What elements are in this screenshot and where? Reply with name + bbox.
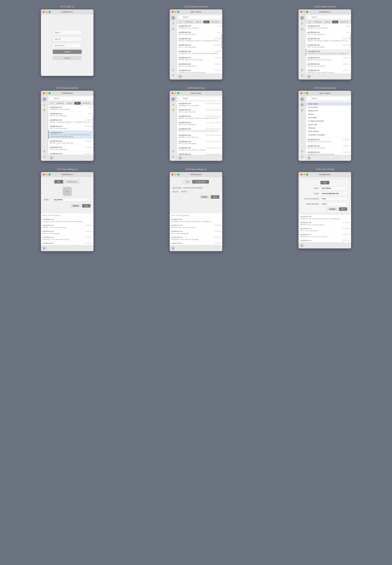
sidebar-list-icon[interactable] (42, 102, 47, 107)
close-btn[interactable] (171, 92, 174, 94)
search-field[interactable] (307, 15, 350, 19)
tab-info[interactable]: Info (183, 180, 192, 184)
tab-info[interactable]: Info (54, 180, 63, 184)
log-item[interactable]: user@mail.com14:21 PM WARNING: oh no, th… (177, 68, 222, 73)
sidebar-user-icon[interactable] (170, 154, 176, 159)
log-item[interactable]: user@mail.com30.12.2015 11:15 AM WARNING… (177, 127, 222, 133)
sidebar-list-icon[interactable] (170, 102, 176, 107)
log-list[interactable]: user@mail.com10 M VERBOSE: not so import… (306, 24, 351, 73)
saved-search-item[interactable]: parum clari (306, 123, 351, 126)
log-item[interactable]: user@mail.com14:60 PM INFO: a nice infor… (177, 62, 222, 68)
max-btn[interactable] (177, 92, 179, 94)
new-password-input[interactable] (320, 202, 347, 206)
current-password-input[interactable] (320, 197, 347, 201)
sidebar-stream-icon[interactable] (42, 97, 47, 102)
log-item[interactable]: user@mail.com10 M VERBOSE: not so import… (306, 24, 351, 30)
min-btn[interactable] (174, 92, 176, 94)
cancel-button[interactable]: Cancel (53, 56, 82, 60)
scrollbar[interactable] (221, 34, 222, 49)
filter-warning[interactable]: WARNING (339, 21, 349, 23)
sidebar-gear-icon[interactable] (170, 149, 176, 154)
log-item[interactable]: user@mail.com15:00 PM WARNING: oh no, th… (177, 49, 222, 55)
log-item[interactable]: user@mail.com35 M INFO: a nice informati… (177, 30, 222, 37)
cancel-button[interactable]: Cancel (327, 207, 337, 211)
sidebar-user-icon[interactable] (170, 73, 176, 78)
max-btn[interactable] (177, 174, 179, 176)
log-item[interactable]: user@mail.com30.12.2015 4:21 PM INFO: a … (177, 139, 222, 146)
log-list[interactable]: user@mail.com14:44 PM ERROR: ouch, an er… (306, 138, 351, 155)
max-btn[interactable] (49, 92, 51, 94)
filter-info[interactable]: INFO (332, 21, 338, 23)
log-item[interactable]: user@mail.com15:30 PM DEBUG: something t… (306, 37, 351, 43)
sidebar-star-icon[interactable] (299, 26, 305, 31)
saved-search-item[interactable]: in fugiat nulla facilis (306, 119, 351, 123)
sidebar-user-icon[interactable] (42, 154, 47, 159)
close-btn[interactable] (300, 174, 302, 176)
close-button[interactable] (43, 11, 45, 13)
saved-search-item[interactable]: velit esse (306, 126, 351, 130)
filter-error[interactable]: ERROR (350, 21, 351, 23)
add-button[interactable]: + (307, 75, 311, 78)
sidebar-stream-icon[interactable] (170, 97, 176, 102)
name-input[interactable] (320, 186, 347, 190)
app-id-input[interactable] (53, 37, 82, 41)
starred-log-list[interactable]: user@mail.com01.01.2016 14:32 PM VERBOSE… (177, 101, 222, 155)
saved-search-item[interactable]: nobis option (306, 102, 351, 106)
filter-all[interactable]: ALL (178, 21, 183, 23)
scrollbar[interactable] (93, 115, 93, 130)
log-item[interactable]: user@mail.com14:44 PM ERROR: ouch, an er… (306, 138, 351, 144)
min-btn[interactable] (46, 92, 48, 94)
filter-error[interactable]: ERROR (221, 21, 222, 23)
add-button[interactable]: + (178, 156, 182, 160)
max-btn[interactable] (49, 174, 51, 176)
min-btn[interactable] (303, 11, 305, 13)
filter-info[interactable]: INFO (203, 21, 210, 23)
sidebar-stream-icon[interactable] (170, 15, 176, 20)
min-btn[interactable] (303, 174, 305, 176)
log-item[interactable]: user@mail.com29.12.2015 9:47 AM INFO: a … (177, 152, 222, 155)
log-item[interactable]: user@mail.com10:20 PM INFO: a nice infor… (48, 124, 94, 131)
log-item[interactable]: user@mail.com14:21 PM WARNING: oh no, th… (306, 68, 351, 73)
add-button[interactable]: + (307, 156, 311, 160)
filter-verbose[interactable]: VERBOSE (313, 21, 323, 23)
log-item[interactable]: user@mail.com10:20 PM INFO: a nice infor… (306, 43, 351, 49)
log-item-hovered[interactable]: ✕ user@mail.com WARNING: oh no, that won… (306, 49, 351, 55)
log-item[interactable]: user@mail.com10 M VERBOSE: not so import… (48, 105, 94, 111)
saved-search-item[interactable]: duro dolore (306, 116, 351, 119)
log-item[interactable]: user@mail.com29.12.2015 9:47 AM WARNING:… (177, 146, 222, 152)
delete-icon[interactable]: ✕ (91, 132, 92, 134)
tab-info[interactable]: Info (320, 181, 330, 185)
filter-warning[interactable]: WARNING (210, 21, 220, 23)
sidebar-star-icon[interactable] (42, 108, 47, 113)
log-item[interactable]: user@mail.com14:21 PM WARNING: oh no, th… (48, 152, 94, 155)
app-secret-input[interactable] (53, 43, 82, 48)
saved-search-item[interactable]: eolores (306, 112, 351, 116)
sidebar-star-icon[interactable] (299, 108, 305, 113)
log-item[interactable]: user@mail.com14:44 PM ERROR: ouch, an er… (48, 139, 94, 145)
add-button[interactable]: + (178, 75, 182, 78)
filter-debug[interactable]: DEBUG (195, 21, 203, 23)
saved-search-item[interactable]: me ilui quod (306, 106, 351, 109)
min-btn[interactable] (46, 174, 48, 176)
filter-all[interactable]: ALL (49, 102, 54, 105)
close-btn[interactable] (300, 92, 302, 94)
close-btn[interactable] (171, 11, 174, 13)
log-item[interactable]: user@mail.com15:30 PM DEBUG: something t… (177, 37, 222, 43)
sidebar-gear-icon[interactable] (170, 68, 176, 73)
sidebar-user-icon[interactable] (299, 73, 305, 78)
save-button[interactable]: Save (211, 195, 219, 199)
add-button[interactable]: + (50, 156, 53, 160)
filter-all[interactable]: ALL (307, 21, 312, 23)
log-item[interactable]: user@mail.com14:40 PM INFO: a nice infor… (48, 145, 94, 152)
add-button[interactable]: + (171, 247, 175, 250)
filter-debug[interactable]: DEBUG (66, 102, 74, 105)
max-btn[interactable] (306, 11, 308, 13)
close-btn[interactable] (300, 11, 302, 13)
log-item[interactable]: user@mail.com15:30 PM DEBUG: something t… (48, 118, 94, 124)
filter-verbose[interactable]: VERBOSE (184, 21, 194, 23)
add-button[interactable]: + (300, 244, 304, 247)
sidebar-list-icon[interactable] (299, 21, 305, 26)
max-btn[interactable] (177, 11, 179, 13)
log-list[interactable]: user@mail.com10 M VERBOSE: not so import… (177, 24, 222, 73)
log-item[interactable]: user@mail.com01.01.2016 14:32 PM VERBOSE… (177, 101, 222, 108)
